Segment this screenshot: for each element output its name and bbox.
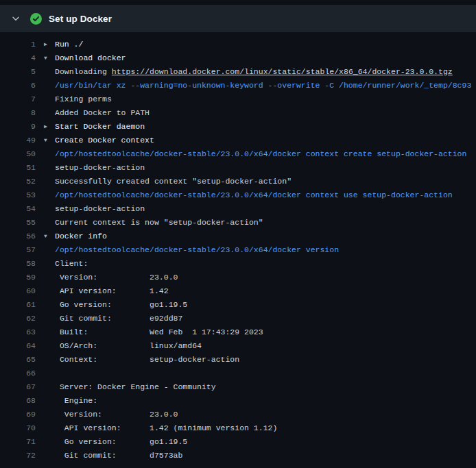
log-line: 68 Engine: — [5, 394, 476, 408]
line-number: 67 — [5, 380, 36, 394]
log-text: Create Docker context — [55, 136, 154, 145]
log-text: Go version: go1.19.5 — [55, 300, 187, 309]
log-line: 50/opt/hostedtoolcache/docker-stable/23.… — [5, 147, 476, 161]
line-number: 53 — [5, 188, 36, 202]
line-number: 9 — [5, 120, 36, 134]
log-text: Added Docker to PATH — [55, 108, 150, 117]
log-text: Git commit: d7573ab — [55, 451, 182, 460]
line-number: 50 — [5, 147, 36, 161]
line-content: /opt/hostedtoolcache/docker-stable/23.0.… — [36, 188, 453, 202]
check-circle-icon — [30, 13, 42, 25]
line-number: 71 — [5, 435, 36, 449]
log-command-text: /usr/bin/tar xz --warning=no-unknown-key… — [55, 81, 471, 90]
line-content: ▶Run ./ — [36, 38, 83, 51]
line-number: 68 — [5, 394, 36, 408]
group-expanded-triangle-icon[interactable]: ▼ — [44, 51, 55, 65]
line-content: OS/Arch: linux/amd64 — [36, 339, 202, 353]
log-line: 62 Git commit: e92dd87 — [5, 312, 476, 325]
line-number: 1 — [5, 38, 36, 51]
log-line: 70 API version: 1.42 (minimum version 1.… — [5, 421, 476, 435]
line-number: 52 — [5, 175, 36, 188]
log-line: 5Downloading https://download.docker.com… — [5, 65, 476, 79]
line-content: Built: Wed Feb 1 17:43:29 2023 — [36, 325, 263, 339]
line-content: /opt/hostedtoolcache/docker-stable/23.0.… — [36, 243, 339, 257]
step-title: Set up Docker — [49, 14, 112, 24]
line-number: 62 — [5, 312, 36, 325]
step-header[interactable]: Set up Docker — [0, 5, 476, 32]
log-text: API version: 1.42 (minimum version 1.12) — [55, 423, 277, 432]
line-number: 8 — [5, 106, 36, 120]
log-line: 66 — [5, 367, 476, 380]
line-number: 63 — [5, 325, 36, 339]
log-line: 57/opt/hostedtoolcache/docker-stable/23.… — [5, 243, 476, 257]
line-content: Go version: go1.19.5 — [36, 298, 187, 312]
line-number: 56 — [5, 230, 36, 243]
line-number: 58 — [5, 257, 36, 271]
log-line: 60 API version: 1.42 — [5, 284, 476, 298]
log-group-line[interactable]: 4▼Download docker — [5, 51, 476, 65]
line-content: Added Docker to PATH — [36, 106, 150, 120]
log-line: 61 Go version: go1.19.5 — [5, 298, 476, 312]
line-content: API version: 1.42 — [36, 284, 169, 298]
log-text: setup-docker-action — [55, 163, 145, 172]
line-number: 66 — [5, 367, 36, 380]
line-number: 61 — [5, 298, 36, 312]
log-group-line[interactable]: 49▼Create Docker context — [5, 134, 476, 147]
log-command-text: /opt/hostedtoolcache/docker-stable/23.0.… — [55, 190, 453, 199]
line-content: ▼Download docker — [36, 51, 126, 65]
group-collapsed-triangle-icon[interactable]: ▶ — [44, 120, 55, 134]
line-content: Fixing perms — [36, 93, 112, 106]
line-content: API version: 1.42 (minimum version 1.12) — [36, 421, 277, 435]
log-group-line[interactable]: 9▶Start Docker daemon — [5, 120, 476, 134]
line-content: setup-docker-action — [36, 161, 145, 175]
log-text: setup-docker-action — [55, 204, 145, 213]
log-text: Current context is now "setup-docker-act… — [55, 218, 263, 227]
log-text: Context: setup-docker-action — [55, 355, 239, 364]
log-url-link[interactable]: https://download.docker.com/linux/static… — [112, 67, 453, 76]
line-content: Current context is now "setup-docker-act… — [36, 216, 263, 230]
line-content: Go version: go1.19.5 — [36, 435, 187, 449]
line-content: setup-docker-action — [36, 202, 145, 216]
line-number: 51 — [5, 161, 36, 175]
log-group-line[interactable]: 56▼Docker info — [5, 230, 476, 243]
log-line: 65 Context: setup-docker-action — [5, 353, 476, 367]
line-number: 65 — [5, 353, 36, 367]
line-number: 72 — [5, 449, 36, 463]
log-line: 71 Go version: go1.19.5 — [5, 435, 476, 449]
log-command-text: /opt/hostedtoolcache/docker-stable/23.0.… — [55, 245, 339, 254]
group-expanded-triangle-icon[interactable]: ▼ — [44, 230, 55, 243]
line-number: 6 — [5, 79, 36, 93]
log-text: OS/Arch: linux/amd64 — [55, 341, 202, 350]
log-text: Built: Wed Feb 1 17:43:29 2023 — [55, 328, 263, 336]
line-number: 69 — [5, 408, 36, 421]
line-content: Git commit: d7573ab — [36, 449, 182, 463]
line-content: /opt/hostedtoolcache/docker-stable/23.0.… — [36, 147, 466, 161]
log-text: Downloading — [55, 67, 112, 76]
line-content — [36, 367, 55, 380]
log-line: 54setup-docker-action — [5, 202, 476, 216]
line-number: 57 — [5, 243, 36, 257]
line-number: 60 — [5, 284, 36, 298]
log-command-text: /opt/hostedtoolcache/docker-stable/23.0.… — [55, 149, 466, 158]
log-line: 52Successfully created context "setup-do… — [5, 175, 476, 188]
log-line: 63 Built: Wed Feb 1 17:43:29 2023 — [5, 325, 476, 339]
log-group-line[interactable]: 1▶Run ./ — [5, 38, 476, 51]
log-text: Version: 23.0.0 — [55, 410, 178, 419]
log-text: Docker info — [55, 232, 107, 241]
chevron-down-icon[interactable] — [10, 12, 22, 25]
log-line: 6/usr/bin/tar xz --warning=no-unknown-ke… — [5, 79, 476, 93]
line-number: 54 — [5, 202, 36, 216]
line-content: Version: 23.0.0 — [36, 271, 178, 284]
line-number: 7 — [5, 93, 36, 106]
group-expanded-triangle-icon[interactable]: ▼ — [44, 134, 55, 147]
line-content: Git commit: e92dd87 — [36, 312, 182, 325]
log-text: Start Docker daemon — [55, 122, 145, 131]
log-line: 55Current context is now "setup-docker-a… — [5, 216, 476, 230]
log-line: 51setup-docker-action — [5, 161, 476, 175]
log-text: Client: — [55, 259, 88, 268]
line-number: 4 — [5, 51, 36, 65]
log-text: Successfully created context "setup-dock… — [55, 177, 291, 186]
log-text: Version: 23.0.0 — [55, 273, 178, 282]
group-collapsed-triangle-icon[interactable]: ▶ — [44, 38, 55, 51]
actions-log-panel: Set up Docker 1▶Run ./4▼Download docker5… — [0, 0, 476, 468]
